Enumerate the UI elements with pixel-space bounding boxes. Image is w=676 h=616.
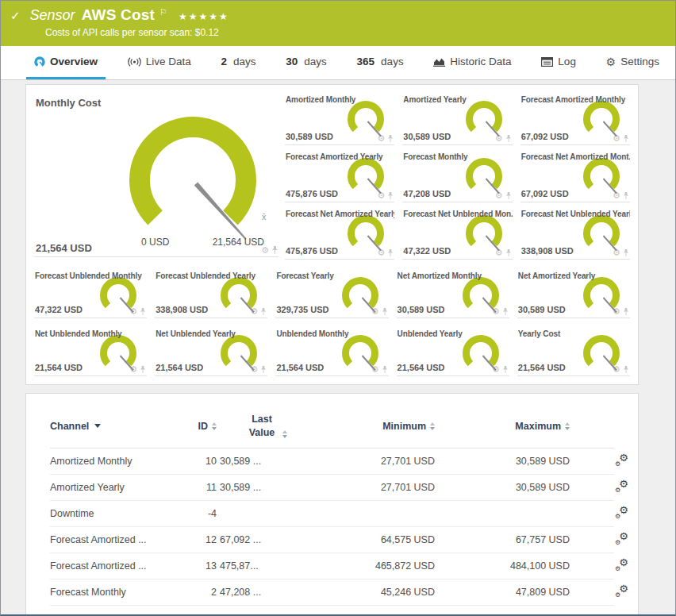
pin-icon[interactable] xyxy=(387,249,394,257)
channel-last-value: 67,092 ... xyxy=(217,534,316,545)
column-header-last-value[interactable]: Last Value xyxy=(217,413,316,440)
gauge-title: Yearly Cost xyxy=(518,329,630,338)
edit-channel-gears-icon[interactable]: ⚙⚙ xyxy=(616,585,628,597)
pin-icon[interactable] xyxy=(502,308,509,316)
column-header-minimum[interactable]: Minimum xyxy=(316,421,435,432)
gauge-card[interactable]: Forecast Unblended Monthly 47,322 USD ⚙ xyxy=(34,269,147,318)
flag-icon[interactable]: ⚐ xyxy=(159,7,167,17)
column-header-maximum[interactable]: Maximum xyxy=(435,421,570,432)
pin-icon[interactable] xyxy=(387,192,394,200)
gear-icon: ⚙ xyxy=(606,56,616,68)
channel-name-link[interactable]: Forecast Amortized ... xyxy=(50,560,181,572)
gauge-card[interactable]: Unblended Monthly 21,564 USD ⚙ xyxy=(275,327,388,376)
gauge-card[interactable]: Net Unblended Yearly 21,564 USD ⚙ xyxy=(155,327,267,376)
gauge-card[interactable]: Yearly Cost 21,564 USD ⚙ xyxy=(517,327,630,376)
pin-icon[interactable] xyxy=(623,249,629,257)
primary-gauge-card[interactable]: Monthly Cost x̄ 0 USD 21,564 USD 21,564 … xyxy=(34,93,278,257)
pin-icon[interactable] xyxy=(260,366,267,374)
gauge-card[interactable]: Forecast Yearly 329,735 USD ⚙ xyxy=(275,269,388,318)
gauge-card[interactable]: Forecast Net Unblended Yearly 338,908 US… xyxy=(520,207,630,260)
gauge-card[interactable]: Forecast Unblended Yearly 338,908 USD ⚙ xyxy=(155,269,267,318)
table-row: Forecast Amortized ... 13 475,87... 465,… xyxy=(50,553,614,579)
gauge-card[interactable]: Net Amortized Yearly 30,589 USD ⚙ xyxy=(517,269,630,318)
pin-icon[interactable] xyxy=(505,192,512,200)
channel-id: 10 xyxy=(181,456,217,467)
pin-icon[interactable] xyxy=(623,135,629,143)
edit-channel-gears-icon[interactable]: ⚙⚙ xyxy=(616,454,628,466)
gauge-title: Forecast Monthly xyxy=(403,152,512,161)
table-row: Amortized Monthly 10 30,589 ... 27,701 U… xyxy=(50,449,614,475)
pin-icon[interactable] xyxy=(140,308,146,316)
channels-table-panel: Channel ID Last Value Minimum Maximum xyxy=(25,393,639,616)
log-icon xyxy=(541,57,553,67)
channel-gauge xyxy=(580,335,623,375)
channel-name-link[interactable]: Forecast Amortized ... xyxy=(50,534,181,545)
tab-historic-data[interactable]: Historic Data xyxy=(425,46,519,79)
edit-channel-gears-icon[interactable]: ⚙⚙ xyxy=(616,533,628,545)
channel-minimum: 64,575 USD xyxy=(316,534,435,545)
channel-gauge xyxy=(217,335,260,375)
pin-icon[interactable] xyxy=(505,135,512,143)
gauge-title: Forecast Net Amortized Mont... xyxy=(521,152,630,161)
pin-icon[interactable] xyxy=(623,366,629,374)
priority-stars[interactable]: ★★★★★ xyxy=(179,11,229,22)
channel-name-link[interactable]: Forecast Monthly xyxy=(50,587,181,598)
sort-icon[interactable] xyxy=(565,422,570,430)
sensor-header: ✓ Sensor AWS Cost ⚐ ★★★★★ Costs of API c… xyxy=(1,1,675,46)
primary-gauge-value: 21,564 USD xyxy=(36,242,92,254)
sort-icon[interactable] xyxy=(282,430,287,438)
pin-icon[interactable] xyxy=(382,308,388,316)
edit-channel-gears-icon[interactable]: ⚙⚙ xyxy=(616,559,628,571)
gauge-title: Net Unblended Yearly xyxy=(156,329,267,338)
gauge-card[interactable]: Forecast Amortized Yearly 475,876 USD ⚙ xyxy=(285,150,394,202)
channel-minimum: 27,701 USD xyxy=(316,482,435,493)
gauge-card[interactable]: Forecast Net Amortized Mont... 67,092 US… xyxy=(520,150,630,202)
sensor-subtitle: Costs of API calls per sensor scan: $0.1… xyxy=(45,27,666,38)
sort-desc-icon[interactable] xyxy=(94,424,101,428)
gauge-card[interactable]: Amortized Monthly 30,589 USD ⚙ xyxy=(285,93,394,145)
pin-icon[interactable] xyxy=(387,135,394,143)
pin-icon[interactable] xyxy=(271,246,278,255)
tab-live-data[interactable]: Live Data xyxy=(120,46,199,79)
column-header-channel[interactable]: Channel xyxy=(50,421,181,432)
gauge-title: Forecast Net Unblended Mon... xyxy=(403,210,512,218)
tab-30-days[interactable]: 30 days xyxy=(278,46,335,79)
gauge-card[interactable]: Forecast Net Unblended Mon... 47,322 USD… xyxy=(402,207,512,260)
pin-icon[interactable] xyxy=(623,192,629,200)
tab-label: days xyxy=(304,56,327,67)
pin-icon[interactable] xyxy=(623,308,629,316)
channel-gauge xyxy=(580,158,623,198)
tab-2-days[interactable]: 2 days xyxy=(213,46,264,79)
gauge-card[interactable]: Net Amortized Monthly 30,589 USD ⚙ xyxy=(397,269,509,318)
gauge-title: Net Amortized Monthly xyxy=(398,271,509,280)
gauge-value: 338,908 USD xyxy=(156,305,208,314)
pin-icon[interactable] xyxy=(140,366,146,374)
pin-icon[interactable] xyxy=(505,249,512,257)
channel-settings-gear-icon[interactable]: ⚙ xyxy=(261,246,269,255)
pin-icon[interactable] xyxy=(502,366,509,374)
tab-settings[interactable]: ⚙ Settings xyxy=(598,46,667,79)
channel-id: 12 xyxy=(181,534,217,545)
channel-gauge xyxy=(580,277,623,317)
channel-name-link[interactable]: Amortized Yearly xyxy=(50,482,181,493)
gauge-title: Unblended Yearly xyxy=(398,329,509,338)
pin-icon[interactable] xyxy=(382,366,388,374)
gauge-card[interactable]: Net Unblended Monthly 21,564 USD ⚙ xyxy=(34,327,147,376)
gauge-card[interactable]: Forecast Amortized Monthly 67,092 USD ⚙ xyxy=(520,93,630,145)
pin-icon[interactable] xyxy=(260,308,267,316)
gauge-card[interactable]: Amortized Yearly 30,589 USD ⚙ xyxy=(402,93,512,145)
gauge-card[interactable]: Forecast Net Amortized Yearly 475,876 US… xyxy=(285,207,394,260)
tab-overview[interactable]: Overview xyxy=(26,46,106,79)
tab-365-days[interactable]: 365 days xyxy=(349,46,412,79)
tab-label: days xyxy=(381,56,404,67)
edit-channel-gears-icon[interactable]: ⚙⚙ xyxy=(616,506,628,518)
column-header-id[interactable]: ID xyxy=(181,421,217,432)
gauge-card[interactable]: Unblended Yearly 21,564 USD ⚙ xyxy=(397,327,509,376)
channel-name-link[interactable]: Downtime xyxy=(50,508,181,519)
edit-channel-gears-icon[interactable]: ⚙⚙ xyxy=(616,480,628,492)
channel-name-link[interactable]: Amortized Monthly xyxy=(50,456,181,467)
tab-log[interactable]: Log xyxy=(533,46,584,79)
primary-gauge xyxy=(109,109,276,250)
gauge-card[interactable]: Forecast Monthly 47,208 USD ⚙ xyxy=(402,150,512,202)
channel-id: 2 xyxy=(181,587,217,598)
